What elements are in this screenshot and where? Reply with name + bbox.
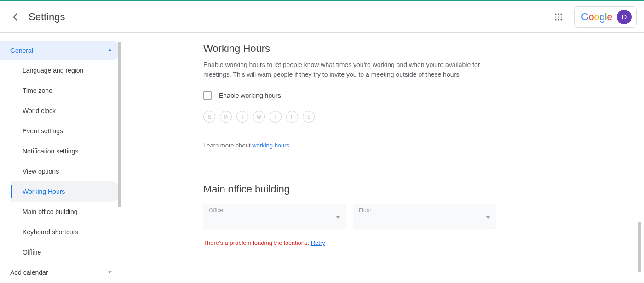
- select-value: –: [359, 215, 490, 222]
- google-apps-button[interactable]: [549, 8, 568, 26]
- header: Settings Google D: [0, 1, 644, 33]
- sidebar-item-world-clock[interactable]: World clock: [11, 101, 121, 121]
- svg-point-2: [560, 13, 562, 15]
- section-title: Keyboard shortcuts: [203, 281, 525, 282]
- sidebar-category-label: Add calendar: [10, 269, 48, 276]
- day-sun[interactable]: S: [203, 111, 215, 123]
- office-select[interactable]: Office –: [203, 204, 346, 229]
- main: Working Hours Enable working hours to le…: [121, 33, 644, 282]
- back-button[interactable]: [7, 8, 26, 26]
- svg-point-4: [558, 16, 559, 17]
- sidebar-category-add-calendar[interactable]: Add calendar: [0, 262, 121, 282]
- body: General Language and region Time zone Wo…: [0, 33, 644, 282]
- section-title: Working Hours: [203, 43, 525, 55]
- sidebar-item-label: Notification settings: [23, 147, 78, 155]
- sidebar-item-label: Offline: [23, 249, 41, 256]
- select-label: Floor: [359, 207, 490, 214]
- section-main-office-building: Main office building Office – Floor – Th…: [203, 183, 525, 246]
- select-label: Office: [209, 207, 340, 214]
- sidebar: General Language and region Time zone Wo…: [0, 33, 121, 282]
- enable-working-hours-checkbox[interactable]: [203, 91, 212, 100]
- sidebar-item-working-hours[interactable]: Working Hours: [11, 181, 121, 202]
- select-row: Office – Floor –: [203, 204, 525, 229]
- floor-select[interactable]: Floor –: [353, 204, 496, 229]
- day-thu[interactable]: T: [270, 111, 282, 123]
- day-tue[interactable]: T: [236, 111, 248, 123]
- svg-point-5: [560, 16, 562, 17]
- section-keyboard-shortcuts: Keyboard shortcuts: [203, 281, 525, 282]
- sidebar-item-label: Keyboard shortcuts: [23, 228, 78, 236]
- sidebar-item-label: Language and region: [23, 67, 83, 74]
- sidebar-item-label: View options: [23, 168, 59, 175]
- error-message: There's a problem loading the locations.: [203, 239, 311, 246]
- sidebar-item-label: Working Hours: [23, 188, 65, 195]
- enable-working-hours-row: Enable working hours: [203, 91, 525, 100]
- sidebar-item-label: World clock: [23, 107, 56, 114]
- day-picker: S M T W T F S: [203, 111, 525, 123]
- day-fri[interactable]: F: [286, 111, 298, 123]
- sidebar-item-event-settings[interactable]: Event settings: [11, 121, 121, 141]
- sidebar-sublist: Language and region Time zone World cloc…: [10, 60, 121, 262]
- svg-point-3: [555, 16, 556, 17]
- sidebar-item-offline[interactable]: Offline: [11, 242, 121, 262]
- sidebar-item-label: Time zone: [23, 87, 52, 94]
- sidebar-item-main-office-building[interactable]: Main office building: [11, 202, 121, 222]
- sidebar-category-label: General: [10, 47, 33, 54]
- sidebar-item-notification-settings[interactable]: Notification settings: [11, 141, 121, 161]
- sidebar-item-label: Event settings: [23, 127, 63, 135]
- day-wed[interactable]: W: [253, 111, 265, 123]
- sidebar-item-view-options[interactable]: View options: [11, 161, 121, 181]
- main-scrollbar[interactable]: [638, 222, 641, 272]
- chevron-up-icon: [106, 46, 114, 56]
- arrow-left-icon: [11, 11, 22, 23]
- retry-link[interactable]: Retry: [311, 239, 325, 246]
- location-error: There's a problem loading the locations.…: [203, 239, 525, 246]
- avatar[interactable]: D: [617, 10, 632, 24]
- svg-point-8: [560, 19, 562, 20]
- working-hours-link[interactable]: working hours: [252, 142, 289, 149]
- svg-point-1: [558, 13, 559, 15]
- select-value: –: [209, 215, 340, 222]
- day-mon[interactable]: M: [220, 111, 232, 123]
- sidebar-item-label: Main office building: [23, 208, 78, 215]
- dropdown-icon: [336, 213, 340, 220]
- checkbox-label: Enable working hours: [219, 92, 281, 99]
- account-box[interactable]: Google D: [574, 6, 637, 28]
- sidebar-scrollbar[interactable]: [118, 42, 121, 207]
- sidebar-item-language-and-region[interactable]: Language and region: [11, 60, 121, 80]
- section-working-hours: Working Hours Enable working hours to le…: [203, 43, 525, 149]
- apps-grid-icon: [554, 13, 563, 21]
- dropdown-icon: [486, 213, 490, 220]
- svg-point-0: [555, 13, 556, 15]
- learn-more: Learn more about working hours.: [203, 142, 525, 149]
- google-logo: Google: [581, 11, 612, 23]
- svg-point-7: [558, 19, 559, 20]
- svg-point-6: [555, 19, 556, 20]
- day-sat[interactable]: S: [303, 111, 315, 123]
- section-title: Main office building: [203, 183, 525, 195]
- sidebar-category-general[interactable]: General: [0, 41, 121, 60]
- section-description: Enable working hours to let people know …: [203, 60, 507, 79]
- sidebar-item-time-zone[interactable]: Time zone: [11, 80, 121, 101]
- page-title: Settings: [29, 11, 65, 23]
- chevron-down-icon: [106, 268, 114, 277]
- sidebar-item-keyboard-shortcuts[interactable]: Keyboard shortcuts: [11, 222, 121, 242]
